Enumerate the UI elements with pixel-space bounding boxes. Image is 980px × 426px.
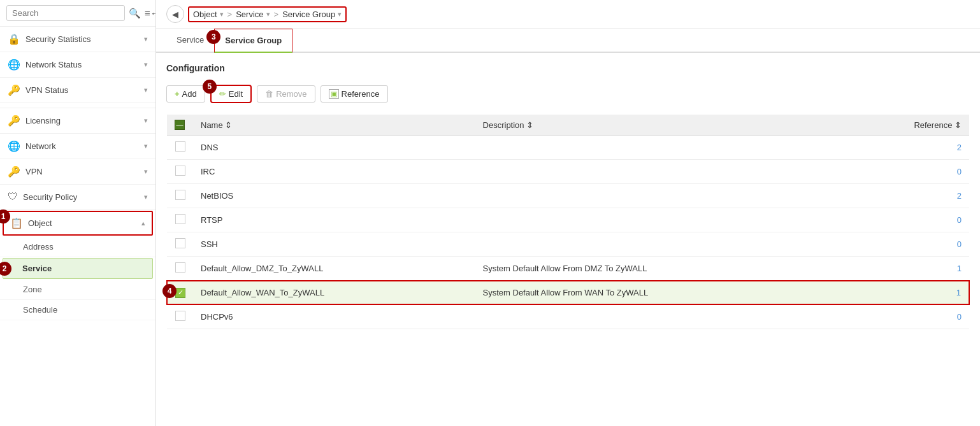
vpn-status-icon: 🔑: [8, 84, 20, 96]
row-empty-checkbox[interactable]: [175, 311, 185, 321]
bc-dropdown-icon-2: ▾: [266, 10, 270, 18]
table-row: 4✓Default_Allow_WAN_To_ZyWALLSystem Defa…: [167, 281, 969, 304]
sidebar-item-vpn[interactable]: 🔑 VPN ▾: [0, 159, 155, 185]
sidebar-item-network[interactable]: 🌐 Network ▾: [0, 134, 155, 159]
table-row: SSH0: [167, 232, 969, 257]
sidebar-subitem-service[interactable]: Service: [3, 258, 153, 279]
breadcrumb-bar: ◀ Object ▾ > Service ▾ > Service Group ▾: [156, 0, 980, 29]
network-icon: 🌐: [8, 140, 20, 152]
sort-icon-ref: ⇕: [955, 120, 962, 130]
table-row: DNS2: [167, 136, 969, 160]
header-name-label: Name: [201, 120, 223, 130]
row-checkbox-cell[interactable]: [167, 184, 193, 208]
section-title: Configuration: [166, 63, 970, 73]
add-button[interactable]: + Add: [166, 85, 205, 103]
table-row: Default_Allow_DMZ_To_ZyWALLSystem Defaul…: [167, 257, 969, 281]
row-empty-checkbox[interactable]: [175, 190, 185, 200]
row-name: RTSP: [193, 208, 475, 232]
sort-icon-name: ⇕: [225, 120, 232, 130]
table-row: DHCPv60: [167, 304, 969, 329]
breadcrumb-object[interactable]: Object ▾: [193, 10, 224, 19]
chevron-up-icon: ▴: [141, 219, 145, 227]
breadcrumb-service[interactable]: Service ▾: [236, 10, 270, 19]
search-input[interactable]: [6, 5, 125, 21]
security-policy-icon: 🛡: [8, 191, 18, 202]
row-name: SSH: [193, 232, 475, 257]
sidebar: 🔍 ≡← 🔒 Security Statistics ▾ 🌐 Network S…: [0, 0, 156, 426]
breadcrumb-object-label: Object: [193, 10, 217, 19]
chevron-down-icon: ▾: [144, 142, 148, 150]
step-badge-2: 2: [0, 262, 11, 276]
header-name[interactable]: Name ⇕: [193, 115, 475, 136]
header-description-label: Description: [483, 120, 524, 130]
sidebar-item-vpn-status[interactable]: 🔑 VPN Status ▾: [0, 78, 155, 103]
breadcrumb-service-label: Service: [236, 10, 263, 19]
row-description: [475, 160, 842, 184]
remove-button[interactable]: 🗑 Remove: [257, 85, 315, 103]
remove-label: Remove: [276, 89, 306, 99]
sidebar-item-object[interactable]: 📋 Object ▴: [3, 211, 153, 236]
breadcrumb-nav: Object ▾ > Service ▾ > Service Group ▾: [188, 6, 347, 22]
row-checkbox-cell[interactable]: [167, 304, 193, 329]
chevron-down-icon: ▾: [144, 86, 148, 94]
header-description[interactable]: Description ⇕: [475, 115, 842, 136]
sort-icon-desc: ⇕: [526, 120, 533, 130]
add-icon: +: [175, 89, 180, 99]
row-empty-checkbox[interactable]: [175, 238, 185, 248]
tab-service-group-label: Service Group: [225, 36, 282, 45]
table-header-row: — Name ⇕ Description ⇕ Reference ⇕: [167, 115, 969, 136]
network-status-icon: 🌐: [8, 59, 20, 71]
header-reference[interactable]: Reference ⇕: [842, 115, 969, 136]
back-button[interactable]: ◀: [166, 5, 184, 23]
header-reference-label: Reference: [914, 120, 952, 130]
row-reference: 0: [842, 232, 969, 257]
security-statistics-icon: 🔒: [8, 33, 20, 45]
row-reference: 0: [842, 160, 969, 184]
row-description: [475, 208, 842, 232]
search-button[interactable]: 🔍: [129, 8, 141, 19]
bc-separator-2: >: [274, 10, 279, 19]
row-reference: 2: [842, 184, 969, 208]
breadcrumb-service-group-label: Service Group: [282, 10, 335, 19]
sidebar-subitem-address[interactable]: Address: [0, 237, 155, 257]
row-reference: 0: [842, 304, 969, 329]
reference-icon: ▣: [329, 89, 339, 99]
row-description: System Default Allow From DMZ To ZyWALL: [475, 257, 842, 281]
row-checkbox-cell[interactable]: [167, 232, 193, 257]
header-checkbox-cell[interactable]: —: [167, 115, 193, 136]
menu-toggle-button[interactable]: ≡←: [145, 8, 156, 18]
bc-dropdown-icon-3: ▾: [338, 10, 342, 18]
edit-label: Edit: [229, 89, 243, 99]
row-empty-checkbox[interactable]: [175, 262, 185, 273]
row-description: [475, 232, 842, 257]
sidebar-item-licensing[interactable]: 🔑 Licensing ▾: [0, 108, 155, 134]
tab-service-group[interactable]: Service Group: [214, 29, 292, 53]
sidebar-item-network-status[interactable]: 🌐 Network Status ▾: [0, 52, 155, 78]
row-empty-checkbox[interactable]: [175, 141, 185, 152]
sidebar-label-security-policy: Security Policy: [23, 192, 139, 202]
row-checkbox-cell[interactable]: [167, 208, 193, 232]
row-description: [475, 184, 842, 208]
reference-button[interactable]: ▣ Reference: [321, 85, 388, 103]
row-empty-checkbox[interactable]: [175, 214, 185, 224]
row-checkbox-cell[interactable]: [167, 160, 193, 184]
table-row: RTSP0: [167, 208, 969, 232]
row-checkbox-cell[interactable]: [167, 257, 193, 281]
sidebar-subitem-schedule[interactable]: Schedule: [0, 300, 155, 320]
sidebar-item-security-policy[interactable]: 🛡 Security Policy ▾: [0, 185, 155, 209]
chevron-down-icon: ▾: [144, 167, 148, 176]
select-all-checkbox[interactable]: —: [175, 120, 185, 130]
sidebar-subitem-zone[interactable]: Zone: [0, 280, 155, 300]
breadcrumb-service-group[interactable]: Service Group ▾: [282, 10, 342, 19]
sidebar-label-licensing: Licensing: [25, 116, 139, 125]
row-checked-checkbox[interactable]: ✓: [175, 288, 185, 298]
row-reference: 1: [842, 281, 969, 304]
search-bar: 🔍 ≡←: [0, 0, 155, 27]
remove-icon: 🗑: [265, 89, 273, 99]
row-checkbox-cell[interactable]: 4✓: [167, 281, 193, 304]
row-empty-checkbox[interactable]: [175, 166, 185, 176]
tab-bar: Service 3 Service Group: [156, 29, 980, 53]
service-label: Service: [22, 264, 52, 273]
sidebar-item-security-statistics[interactable]: 🔒 Security Statistics ▾: [0, 27, 155, 52]
row-checkbox-cell[interactable]: [167, 136, 193, 160]
